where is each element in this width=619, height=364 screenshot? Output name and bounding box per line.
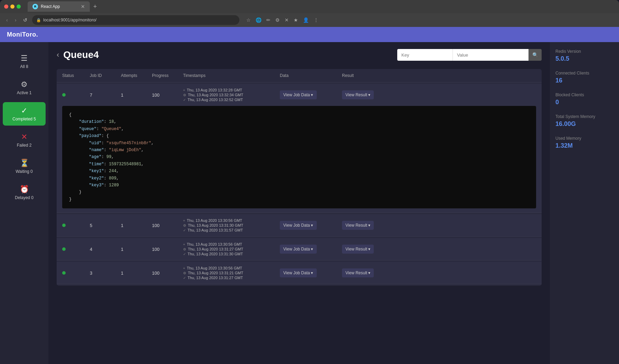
search-area: 🔍 [397, 49, 542, 61]
status-indicator-4 [62, 247, 90, 252]
sidebar-item-failed[interactable]: ✕ Failed 2 [3, 128, 46, 152]
view-job-data-button-7[interactable]: View Job Data ▾ [280, 90, 317, 99]
extension-icon-1[interactable]: 🌐 [254, 17, 263, 23]
ts-processed-text-5: Thu, 13 Aug 2020 13:31:30 GMT [188, 223, 243, 227]
extension-icon-5[interactable]: ★ [292, 17, 299, 23]
minimize-window-button[interactable] [10, 4, 15, 9]
stat-label-used-memory: Used Memory [555, 136, 613, 141]
sidebar-item-waiting[interactable]: ⏳ Waiting 0 [3, 155, 46, 178]
table-row-main-7: 7 1 100 + Thu, 13 Aug 2020 13:32:28 GMT … [57, 84, 542, 106]
view-result-button-3[interactable]: View Result ▾ [342, 268, 374, 277]
timestamp-created-3: + Thu, 13 Aug 2020 13:30:56 GMT [183, 266, 280, 270]
view-result-button-5[interactable]: View Result ▾ [342, 221, 374, 230]
app-body: ☰ All 8 ⚙ Active 1 ✓ Completed 5 [0, 42, 619, 364]
data-cell-4: View Job Data ▾ [280, 245, 342, 254]
table-row-main-4: 4 1 100 + Thu, 13 Aug 2020 13:30:56 GMT … [57, 238, 542, 260]
attempts-3: 1 [121, 270, 152, 276]
address-bar[interactable]: 🔒 localhost:9001/app/monitoro/ [32, 15, 239, 25]
search-key-input[interactable] [397, 49, 453, 61]
sidebar-label-delayed: Delayed 0 [15, 195, 34, 200]
app-header: MoniToro. [0, 27, 619, 42]
view-job-data-button-5[interactable]: View Job Data ▾ [280, 221, 317, 230]
status-indicator-3 [62, 270, 90, 276]
waiting-icon: ⏳ [20, 159, 29, 168]
reload-button[interactable]: ↺ [21, 16, 29, 24]
browser-toolbar: ‹ › ↺ 🔒 localhost:9001/app/monitoro/ ☆ 🌐… [0, 13, 619, 27]
tab-bar: R React App ✕ + [28, 1, 99, 12]
maximize-window-button[interactable] [17, 4, 21, 9]
table-row: 5 1 100 + Thu, 13 Aug 2020 13:30:56 GMT … [57, 214, 542, 237]
progress-4: 100 [152, 247, 183, 252]
view-job-data-button-3[interactable]: View Job Data ▾ [280, 268, 317, 277]
result-cell-3: View Result ▾ [342, 268, 397, 277]
search-button[interactable]: 🔍 [528, 49, 542, 61]
extension-icon-4[interactable]: ✕ [283, 17, 290, 23]
timestamp-processed-5: ⚙ Thu, 13 Aug 2020 13:31:30 GMT [183, 223, 280, 227]
menu-icon[interactable]: ⋮ [312, 17, 320, 23]
close-window-button[interactable] [4, 4, 8, 9]
col-jobid: Job ID [90, 73, 121, 78]
timestamps-5: + Thu, 13 Aug 2020 13:30:56 GMT ⚙ Thu, 1… [183, 218, 280, 232]
stat-value-redis-version: 5.0.5 [555, 55, 613, 62]
view-result-button-7[interactable]: View Result ▾ [342, 90, 374, 99]
new-tab-button[interactable]: + [91, 3, 99, 10]
attempts-5: 1 [121, 223, 152, 228]
job-id-5: 5 [90, 223, 121, 228]
url-display: localhost:9001/app/monitoro/ [43, 18, 96, 22]
forward-button[interactable]: › [13, 16, 19, 24]
back-button[interactable]: ‹ [4, 16, 10, 24]
sidebar: ☰ All 8 ⚙ Active 1 ✓ Completed 5 [0, 42, 48, 364]
tab-close-button[interactable]: ✕ [81, 4, 85, 9]
table-row: 7 1 100 + Thu, 13 Aug 2020 13:32:28 GMT … [57, 84, 542, 213]
failed-icon: ✕ [21, 132, 27, 141]
stat-value-used-memory: 1.32M [555, 142, 613, 149]
created-icon: + [183, 88, 185, 92]
ts-completed-text-7: Thu, 13 Aug 2020 13:32:52 GMT [188, 98, 243, 102]
sidebar-item-delayed[interactable]: ⏰ Delayed 0 [3, 181, 46, 204]
ts-processed-text-4: Thu, 13 Aug 2020 13:31:27 GMT [188, 247, 243, 251]
sidebar-label-completed: Completed 5 [12, 117, 36, 121]
ts-created-text-5: Thu, 13 Aug 2020 13:30:56 GMT [187, 218, 242, 223]
sidebar-item-all[interactable]: ☰ All 8 [3, 50, 46, 73]
table-row: 4 1 100 + Thu, 13 Aug 2020 13:30:56 GMT … [57, 238, 542, 260]
ts-created-text-7: Thu, 13 Aug 2020 13:32:28 GMT [187, 88, 242, 92]
result-cell-7: View Result ▾ [342, 90, 397, 99]
view-result-button-4[interactable]: View Result ▾ [342, 245, 374, 254]
stat-total-memory: Total System Memory 16.00G [555, 114, 613, 128]
data-cell-7: View Job Data ▾ [280, 90, 342, 99]
view-job-data-button-4[interactable]: View Job Data ▾ [280, 245, 317, 254]
active-badge: 1 [29, 90, 32, 95]
page-header: ‹ Queue4 🔍 [57, 49, 542, 61]
stat-label-redis-version: Redis Version [555, 49, 613, 54]
traffic-lights [4, 4, 21, 9]
sidebar-item-completed[interactable]: ✓ Completed 5 [3, 102, 46, 126]
json-panel-7: { "duration": 18, "queue": "Queue4", "pa… [62, 106, 536, 208]
extension-icon-2[interactable]: ✏ [265, 17, 272, 23]
user-account-icon[interactable]: 👤 [302, 17, 310, 23]
progress-3: 100 [152, 270, 183, 276]
ts-processed-text-3: Thu, 13 Aug 2020 13:31:21 GMT [188, 271, 243, 275]
bookmark-icon[interactable]: ☆ [245, 17, 252, 23]
timestamp-completed-5: ✓ Thu, 13 Aug 2020 13:31:57 GMT [183, 228, 280, 232]
completed-icon-ts: ✓ [183, 98, 186, 102]
back-to-queues-button[interactable]: ‹ [57, 51, 59, 59]
result-cell-5: View Result ▾ [342, 221, 397, 230]
delayed-icon: ⏰ [20, 185, 29, 194]
failed-badge: 2 [29, 143, 32, 148]
main-content: ‹ Queue4 🔍 Status Job ID Attempts [48, 42, 550, 364]
col-progress: Progress [152, 73, 183, 78]
progress-5: 100 [152, 223, 183, 228]
json-brace-close: } [69, 197, 72, 202]
status-indicator-7 [62, 92, 90, 98]
sidebar-item-active[interactable]: ⚙ Active 1 [3, 76, 46, 99]
active-tab[interactable]: R React App ✕ [28, 1, 90, 12]
toolbar-icons: ☆ 🌐 ✏ ⚙ ✕ ★ 👤 ⋮ [245, 17, 320, 23]
table-row-main-3: 3 1 100 + Thu, 13 Aug 2020 13:30:56 GMT … [57, 262, 542, 284]
json-brace-open: { [69, 112, 72, 117]
completed-icon: ✓ [21, 106, 27, 115]
extension-icon-3[interactable]: ⚙ [274, 17, 281, 23]
table-row-main-5: 5 1 100 + Thu, 13 Aug 2020 13:30:56 GMT … [57, 214, 542, 236]
search-value-input[interactable] [453, 49, 528, 61]
ts-processed-text-7: Thu, 13 Aug 2020 13:32:34 GMT [188, 93, 243, 97]
timestamps-4: + Thu, 13 Aug 2020 13:30:56 GMT ⚙ Thu, 1… [183, 242, 280, 256]
